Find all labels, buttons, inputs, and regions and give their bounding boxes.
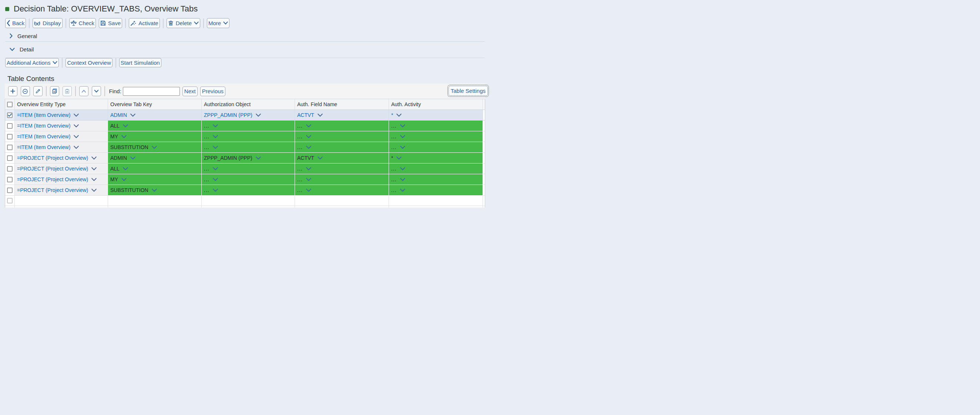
cell-value[interactable]: ... <box>297 166 303 172</box>
cell-value[interactable]: ... <box>391 144 397 150</box>
add-row-button[interactable] <box>8 86 18 96</box>
table-settings-button[interactable]: Table Settings <box>449 86 488 96</box>
dropdown-chevron-icon[interactable] <box>74 114 79 117</box>
row-checkbox[interactable] <box>7 198 13 204</box>
delete-button[interactable]: Delete <box>167 18 200 28</box>
check-button[interactable]: Check <box>69 18 96 28</box>
section-detail[interactable]: Detail <box>10 45 34 54</box>
start-simulation-button[interactable]: Start Simulation <box>119 58 161 67</box>
table-row[interactable]: =ITEM (Item Overview) ADMIN ZPPP_ADMIN (… <box>5 110 485 121</box>
dropdown-chevron-icon[interactable] <box>74 124 79 127</box>
cell-value[interactable]: =ITEM (Item Overview) <box>17 123 70 129</box>
edit-row-button[interactable] <box>33 86 43 96</box>
context-overview-button[interactable]: Context Overview <box>65 58 112 67</box>
cell-value[interactable]: ADMIN <box>110 155 127 161</box>
cell-value[interactable]: ... <box>297 144 303 150</box>
find-next-button[interactable]: Next <box>183 87 197 96</box>
select-all-checkbox[interactable] <box>7 102 13 107</box>
back-button[interactable]: Back <box>5 18 26 28</box>
dropdown-chevron-icon[interactable] <box>91 189 97 192</box>
cell-value[interactable]: ... <box>391 166 397 172</box>
cell-value[interactable]: SUBSTITUTION <box>110 144 148 150</box>
dropdown-chevron-icon[interactable] <box>213 146 218 149</box>
cell-value[interactable]: ... <box>297 176 303 182</box>
dropdown-chevron-icon[interactable] <box>130 114 135 117</box>
table-row[interactable]: =ITEM (Item Overview) ALL ... ... ... <box>5 121 485 131</box>
remove-row-button[interactable] <box>21 86 30 96</box>
table-row-empty[interactable] <box>5 196 485 206</box>
dropdown-chevron-icon[interactable] <box>400 167 405 170</box>
dropdown-chevron-icon[interactable] <box>152 146 157 149</box>
cell-value[interactable]: =PROJECT (Project Overview) <box>17 176 88 182</box>
cell-value[interactable]: =ITEM (Item Overview) <box>17 112 70 118</box>
cell-value[interactable]: ... <box>297 134 303 140</box>
cell-value[interactable]: ZPPP_ADMIN (PPP) <box>204 112 252 118</box>
dropdown-chevron-icon[interactable] <box>306 124 311 127</box>
column-header-auth-activity[interactable]: Auth. Activity <box>389 99 483 110</box>
dropdown-chevron-icon[interactable] <box>396 114 401 117</box>
dropdown-chevron-icon[interactable] <box>306 167 311 170</box>
dropdown-chevron-icon[interactable] <box>91 167 97 170</box>
table-row[interactable]: =ITEM (Item Overview) MY ... ... ... <box>5 131 485 142</box>
display-button[interactable]: Display <box>33 18 62 28</box>
cell-value[interactable]: =PROJECT (Project Overview) <box>17 187 88 193</box>
dropdown-chevron-icon[interactable] <box>123 167 128 170</box>
cell-value[interactable]: =PROJECT (Project Overview) <box>17 166 88 172</box>
dropdown-chevron-icon[interactable] <box>91 156 97 160</box>
cell-value[interactable]: ... <box>391 187 397 193</box>
dropdown-chevron-icon[interactable] <box>306 189 311 192</box>
cell-value[interactable]: ADMIN <box>110 112 127 118</box>
cell-value[interactable]: ... <box>391 123 397 129</box>
row-checkbox[interactable] <box>7 134 13 140</box>
dropdown-chevron-icon[interactable] <box>318 156 323 160</box>
table-row[interactable]: =PROJECT (Project Overview) SUBSTITUTION… <box>5 185 485 196</box>
cell-value[interactable]: ... <box>204 134 210 140</box>
move-down-button[interactable] <box>92 86 101 96</box>
row-checkbox[interactable] <box>7 155 13 161</box>
cell-value[interactable]: ACTVT <box>297 155 314 161</box>
row-checkbox[interactable] <box>7 166 13 172</box>
move-up-button[interactable] <box>79 86 89 96</box>
dropdown-chevron-icon[interactable] <box>152 189 157 192</box>
additional-actions-button[interactable]: Additional Actions <box>5 58 59 67</box>
column-header-authorization-object[interactable]: Authorization Object <box>202 99 295 110</box>
dropdown-chevron-icon[interactable] <box>123 124 128 127</box>
cell-value[interactable]: =PROJECT (Project Overview) <box>17 155 88 161</box>
cell-value[interactable]: ... <box>297 187 303 193</box>
table-row[interactable]: =PROJECT (Project Overview) MY ... ... .… <box>5 174 485 185</box>
table-row[interactable]: =ITEM (Item Overview) SUBSTITUTION ... .… <box>5 142 485 153</box>
cell-value[interactable]: ACTVT <box>297 112 314 118</box>
cell-value[interactable]: ... <box>391 134 397 140</box>
dropdown-chevron-icon[interactable] <box>400 178 405 181</box>
section-general[interactable]: General <box>10 31 37 41</box>
row-checkbox[interactable] <box>7 188 13 193</box>
cell-value[interactable]: ZPPP_ADMIN (PPP) <box>204 155 252 161</box>
column-header-overview-entity-type[interactable]: Overview Entity Type <box>15 99 108 110</box>
cell-value[interactable]: ... <box>204 123 210 129</box>
dropdown-chevron-icon[interactable] <box>121 135 127 138</box>
cell-value[interactable]: ... <box>297 123 303 129</box>
dropdown-chevron-icon[interactable] <box>400 135 405 138</box>
dropdown-chevron-icon[interactable] <box>396 156 401 160</box>
dropdown-chevron-icon[interactable] <box>213 167 218 170</box>
dropdown-chevron-icon[interactable] <box>130 156 135 160</box>
dropdown-chevron-icon[interactable] <box>400 189 405 192</box>
save-button[interactable]: Save <box>99 18 122 28</box>
dropdown-chevron-icon[interactable] <box>318 114 323 117</box>
paste-row-button[interactable] <box>62 86 72 96</box>
dropdown-chevron-icon[interactable] <box>306 146 311 149</box>
dropdown-chevron-icon[interactable] <box>256 156 261 160</box>
dropdown-chevron-icon[interactable] <box>306 178 311 181</box>
cell-value[interactable]: =ITEM (Item Overview) <box>17 144 70 150</box>
dropdown-chevron-icon[interactable] <box>400 124 405 127</box>
column-header-auth-field-name[interactable]: Auth. Field Name <box>295 99 389 110</box>
row-checkbox[interactable] <box>7 123 13 129</box>
cell-value[interactable]: ... <box>204 187 210 193</box>
dropdown-chevron-icon[interactable] <box>213 135 218 138</box>
cell-value[interactable]: * <box>391 112 393 118</box>
dropdown-chevron-icon[interactable] <box>91 178 97 181</box>
dropdown-chevron-icon[interactable] <box>256 114 261 117</box>
cell-value[interactable]: ... <box>391 176 397 182</box>
dropdown-chevron-icon[interactable] <box>213 189 218 192</box>
dropdown-chevron-icon[interactable] <box>74 135 79 138</box>
